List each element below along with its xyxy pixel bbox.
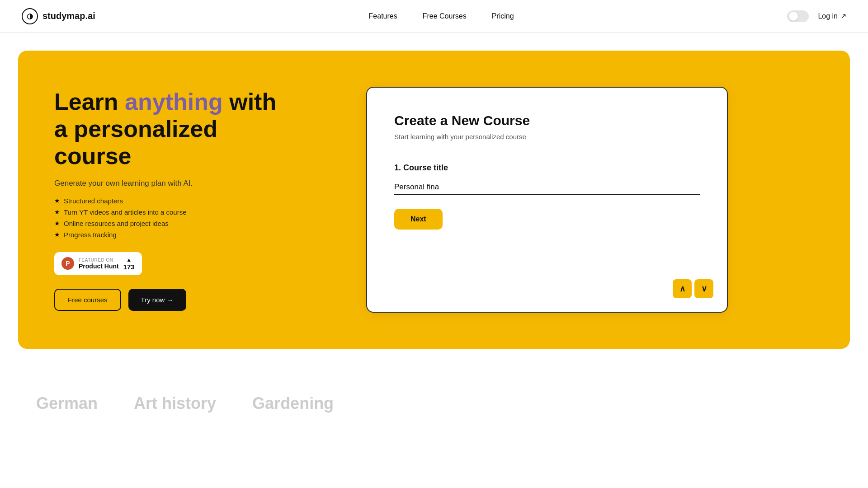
theme-toggle[interactable] xyxy=(787,10,809,22)
star-icon-1: ★ xyxy=(54,197,60,204)
feature-item-4: ★ Progress tracking xyxy=(54,231,280,239)
logo-icon: ◑ xyxy=(22,8,38,24)
nav-up-button[interactable]: ∧ xyxy=(673,279,692,298)
product-hunt-logo: P xyxy=(61,257,74,270)
ph-featured-label: FEATURED ON xyxy=(79,258,119,263)
card-title: Create a New Course xyxy=(394,113,700,128)
nav-links: Features Free Courses Pricing xyxy=(369,12,514,20)
try-now-button[interactable]: Try now → xyxy=(128,289,186,311)
navbar: ◑ studymap.ai Features Free Courses Pric… xyxy=(0,0,868,33)
feature-item-1: ★ Structured chapters xyxy=(54,197,280,205)
hero-title: Learn anything with a personalized cours… xyxy=(54,89,280,169)
hero-description: Generate your own learning plan with AI. xyxy=(54,179,280,188)
course-card: Create a New Course Start learning with … xyxy=(366,87,728,313)
card-subtitle: Start learning with your personalized co… xyxy=(394,133,700,141)
nav-free-courses[interactable]: Free Courses xyxy=(423,12,467,20)
feature-item-3: ★ Online resources and project ideas xyxy=(54,220,280,227)
hero-right: Create a New Course Start learning with … xyxy=(280,87,814,313)
ph-name: Product Hunt xyxy=(79,263,119,270)
star-icon-2: ★ xyxy=(54,208,60,216)
hero-section: Learn anything with a personalized cours… xyxy=(18,51,850,349)
login-button[interactable]: Log in ↗ xyxy=(818,12,846,20)
ph-count: ▲ 173 xyxy=(123,257,135,271)
hero-left: Learn anything with a personalized cours… xyxy=(54,89,280,310)
bottom-section: German Art history Gardening xyxy=(0,367,868,440)
star-icon-3: ★ xyxy=(54,220,60,227)
feature-item-2: ★ Turn YT videos and articles into a cou… xyxy=(54,208,280,216)
hero-buttons: Free courses Try now → xyxy=(54,289,280,311)
product-hunt-badge[interactable]: P FEATURED ON Product Hunt ▲ 173 xyxy=(54,252,142,275)
star-icon-4: ★ xyxy=(54,231,60,238)
course-title-label: 1. Course title xyxy=(394,163,700,173)
course-title-input[interactable] xyxy=(394,180,700,195)
free-courses-button[interactable]: Free courses xyxy=(54,289,121,311)
logo-text: studymap.ai xyxy=(42,11,95,21)
toggle-knob xyxy=(789,12,798,21)
nav-features[interactable]: Features xyxy=(369,12,397,20)
product-hunt-info: FEATURED ON Product Hunt xyxy=(79,258,119,270)
bottom-course-gardening: Gardening xyxy=(252,394,334,413)
bottom-course-art: Art history xyxy=(134,394,216,413)
feature-list: ★ Structured chapters ★ Turn YT videos a… xyxy=(54,197,280,239)
nav-right: Log in ↗ xyxy=(787,10,846,22)
next-button[interactable]: Next xyxy=(394,209,443,230)
logo[interactable]: ◑ studymap.ai xyxy=(22,8,95,24)
card-navigation: ∧ ∨ xyxy=(673,279,713,298)
bottom-course-german: German xyxy=(36,394,98,413)
nav-pricing[interactable]: Pricing xyxy=(492,12,514,20)
nav-down-button[interactable]: ∨ xyxy=(694,279,713,298)
